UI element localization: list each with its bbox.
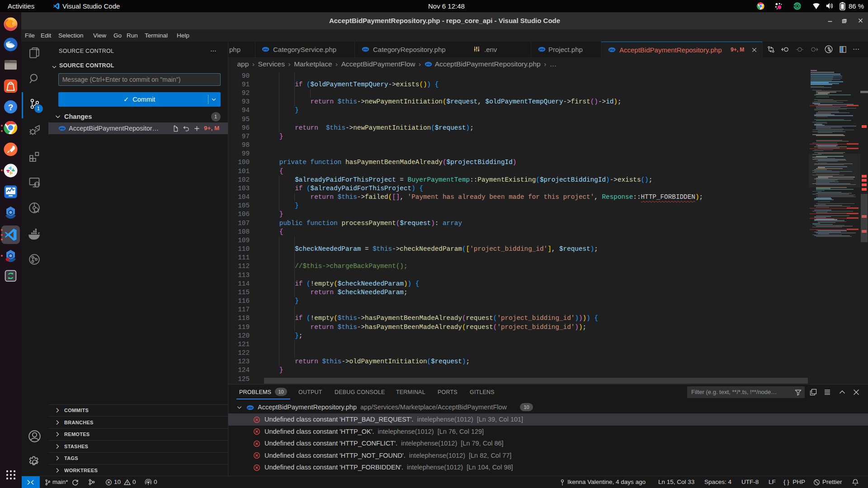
svg-text:php: php bbox=[263, 48, 268, 51]
svg-text:php: php bbox=[609, 48, 614, 51]
svg-text:?: ? bbox=[8, 102, 14, 112]
svg-text:php: php bbox=[539, 48, 544, 51]
svg-text:php: php bbox=[247, 406, 253, 409]
svg-text:php: php bbox=[59, 127, 65, 130]
svg-text:php: php bbox=[425, 63, 431, 66]
svg-text:php: php bbox=[363, 48, 368, 51]
